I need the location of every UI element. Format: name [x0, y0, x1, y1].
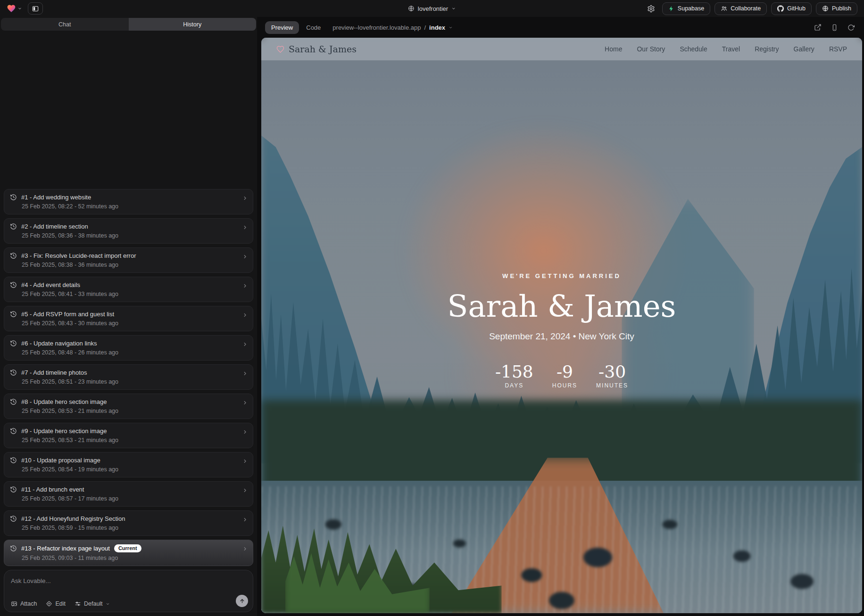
collaborate-button[interactable]: Collaborate: [714, 2, 767, 15]
history-icon: [10, 340, 17, 347]
refresh-button[interactable]: [847, 24, 855, 31]
nav-travel[interactable]: Travel: [722, 45, 740, 53]
external-link-icon: [814, 24, 822, 31]
sidebar-toggle-button[interactable]: [28, 2, 43, 15]
site-brand-name: Sarah & James: [289, 44, 357, 54]
panel-left-icon: [32, 5, 39, 12]
globe-icon: [408, 5, 415, 12]
nav-rsvp[interactable]: RSVP: [829, 45, 847, 53]
history-list: #1 - Add wedding website 25 Feb 2025, 08…: [0, 185, 257, 568]
supabase-label: Supabase: [678, 5, 704, 12]
attach-button[interactable]: Attach: [11, 600, 37, 607]
nav-gallery[interactable]: Gallery: [794, 45, 814, 53]
target-icon: [46, 600, 52, 607]
app-topbar: lovefrontier Supabase Collaborate: [0, 0, 864, 17]
composer-actions: Attach Edit Default: [11, 600, 110, 607]
history-icon: [10, 252, 17, 259]
countdown-hours-value: -9: [552, 363, 577, 380]
preview-workspace: Preview Code preview--lovefrontier.lovab…: [257, 17, 864, 616]
users-icon: [721, 5, 727, 12]
history-item-title: #4 - Add event details: [21, 281, 80, 288]
history-item[interactable]: #2 - Add timeline section 25 Feb 2025, 0…: [4, 218, 253, 244]
github-button[interactable]: GitHub: [771, 2, 812, 15]
history-item[interactable]: #10 - Update proposal image 25 Feb 2025,…: [4, 452, 253, 477]
hero-eyebrow: WE'RE GETTING MARRIED: [261, 272, 862, 279]
sidebar-tabs: Chat History: [1, 18, 256, 31]
hero-section: WE'RE GETTING MARRIED Sarah & James Sept…: [261, 272, 862, 389]
project-name: lovefrontier: [418, 5, 448, 12]
chevron-right-icon: [242, 195, 248, 201]
tab-chat[interactable]: Chat: [1, 18, 129, 31]
preview-url[interactable]: preview--lovefrontier.lovable.app / inde…: [332, 24, 453, 31]
history-item-timestamp: 25 Feb 2025, 08:54 - 19 minutes ago: [22, 466, 239, 473]
nav-registry[interactable]: Registry: [755, 45, 779, 53]
history-item-timestamp: 25 Feb 2025, 08:38 - 36 minutes ago: [22, 262, 239, 268]
collaborate-label: Collaborate: [731, 5, 761, 12]
history-item[interactable]: #5 - Add RSVP form and guest list 25 Feb…: [4, 306, 253, 331]
history-item-timestamp: 25 Feb 2025, 09:03 - 11 minutes ago: [22, 555, 239, 561]
history-item[interactable]: #1 - Add wedding website 25 Feb 2025, 08…: [4, 189, 253, 214]
chevron-right-icon: [242, 254, 248, 260]
history-icon: [10, 515, 17, 522]
chevron-right-icon: [242, 429, 248, 435]
attach-label: Attach: [20, 600, 37, 607]
chevron-right-icon: [242, 370, 248, 377]
history-item-timestamp: 25 Feb 2025, 08:53 - 21 minutes ago: [22, 408, 239, 414]
lovable-logo-menu[interactable]: [7, 4, 22, 13]
nav-our-story[interactable]: Our Story: [637, 45, 665, 53]
chevron-down-icon: [449, 25, 453, 30]
countdown-hours: -9 HOURS: [552, 363, 577, 389]
nav-schedule[interactable]: Schedule: [680, 45, 707, 53]
edit-button[interactable]: Edit: [46, 600, 66, 607]
open-external-button[interactable]: [814, 24, 822, 31]
tab-code[interactable]: Code: [306, 24, 321, 31]
chevron-right-icon: [242, 224, 248, 230]
history-item-title: #6 - Update navigation links: [21, 340, 97, 347]
history-item-timestamp: 25 Feb 2025, 08:48 - 26 minutes ago: [22, 349, 239, 356]
history-item-title: #3 - Fix: Resolve Lucide-react import er…: [21, 252, 136, 259]
history-item[interactable]: #7 - Add timeline photos 25 Feb 2025, 08…: [4, 364, 253, 390]
countdown-minutes: -30 MINUTES: [596, 363, 628, 389]
settings-button[interactable]: [645, 2, 658, 15]
mobile-view-button[interactable]: [831, 24, 838, 31]
history-item-timestamp: 25 Feb 2025, 08:57 - 17 minutes ago: [22, 495, 239, 502]
heart-outline-icon: [276, 45, 284, 53]
mode-select[interactable]: Default: [75, 600, 110, 607]
preview-url-separator: /: [424, 24, 426, 31]
history-item[interactable]: #6 - Update navigation links 25 Feb 2025…: [4, 335, 253, 361]
history-item-timestamp: 25 Feb 2025, 08:41 - 33 minutes ago: [22, 291, 239, 297]
history-item[interactable]: #9 - Update hero section image 25 Feb 20…: [4, 423, 253, 448]
history-item-title: #13 - Refactor index page layout: [21, 545, 110, 552]
nav-home[interactable]: Home: [605, 45, 622, 53]
history-icon: [10, 398, 17, 405]
chevron-right-icon: [242, 341, 248, 347]
history-item-timestamp: 25 Feb 2025, 08:53 - 21 minutes ago: [22, 437, 239, 444]
publish-globe-icon: [822, 5, 829, 12]
history-icon: [10, 486, 17, 493]
tab-history[interactable]: History: [129, 18, 257, 31]
chevron-right-icon: [242, 312, 248, 318]
history-item[interactable]: #3 - Fix: Resolve Lucide-react import er…: [4, 247, 253, 273]
supabase-button[interactable]: Supabase: [662, 2, 710, 15]
history-icon: [10, 427, 17, 435]
history-item-current[interactable]: #13 - Refactor index page layout Current…: [4, 540, 253, 566]
history-item[interactable]: #8 - Update hero section image 25 Feb 20…: [4, 394, 253, 419]
history-item[interactable]: #4 - Add event details 25 Feb 2025, 08:4…: [4, 277, 253, 302]
prompt-composer: Attach Edit Default: [4, 570, 253, 612]
ask-lovable-input[interactable]: [11, 577, 246, 584]
project-switcher[interactable]: lovefrontier: [408, 5, 456, 12]
tab-preview[interactable]: Preview: [265, 21, 299, 34]
gear-icon: [647, 5, 655, 13]
hero-date: September 21, 2024 • New York City: [261, 331, 862, 342]
chevron-right-icon: [242, 487, 248, 493]
send-button[interactable]: [236, 595, 248, 607]
image-icon: [11, 600, 17, 607]
site-brand[interactable]: Sarah & James: [276, 44, 357, 54]
supabase-icon: [668, 6, 674, 12]
history-item[interactable]: #11 - Add brunch event 25 Feb 2025, 08:5…: [4, 481, 253, 507]
history-item-timestamp: 25 Feb 2025, 08:22 - 52 minutes ago: [22, 203, 239, 210]
history-item[interactable]: #12 - Add Honeyfund Registry Section 25 …: [4, 510, 253, 536]
history-item-timestamp: 25 Feb 2025, 08:36 - 38 minutes ago: [22, 232, 239, 239]
edit-label: Edit: [55, 600, 66, 607]
publish-button[interactable]: Publish: [816, 2, 857, 15]
